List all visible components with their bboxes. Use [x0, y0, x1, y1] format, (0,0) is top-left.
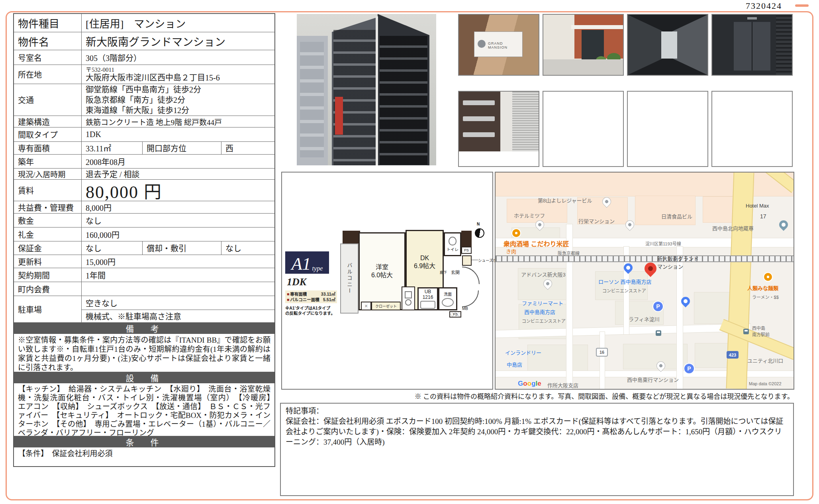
mailbox-pillar	[500, 92, 512, 151]
map-label: 西中島東行マンション	[627, 376, 679, 383]
sign-logo	[478, 40, 486, 48]
row-value: 空きなし 機械式、※駐車場高さ注意	[82, 296, 274, 322]
remarks-body: ※空室情報・募集条件・案内方法等の確認は『ITANDI BB』で確認をお願い致し…	[14, 334, 274, 372]
row-label: 物件名	[14, 32, 82, 50]
parking-availability: 空きなし	[82, 296, 274, 310]
row-value: 〒532-0011 大阪府大阪市淀川区西中島２丁目15-6	[82, 65, 274, 84]
background-building-windows	[300, 42, 324, 157]
map-label: インランドリー	[505, 349, 541, 356]
mailbox-slot	[463, 132, 495, 137]
location-map[interactable]: P P 16 423 第8山よしレジャービル Hotel Max ホテルミツフ …	[495, 172, 794, 390]
row-value: 鉄筋コンクリート造 地上9階 総戸数44戸	[82, 116, 274, 127]
hallway-label: 廊下	[440, 270, 447, 275]
row-value: 2008年08月	[82, 155, 274, 168]
row-label: 間取タイプ	[14, 127, 82, 141]
map-label-property: マンション	[657, 263, 683, 270]
row-floor-area: 専有面積 33.11㎡ 開口部方位 西	[14, 141, 274, 154]
row-year-built: 築年 2008年08月	[14, 154, 274, 168]
row-property-type: 物件種目 [住居用] マンション	[14, 14, 274, 32]
mailbox-panel	[459, 92, 500, 151]
senmen-label: 洗面	[442, 291, 454, 297]
property-sheet: 7320424 物件種目 [住居用] マンション 物件名 新大阪南グランドマンシ…	[0, 0, 819, 504]
shoebox-leader-line	[472, 260, 478, 260]
balcony-label: バルコニー	[346, 263, 353, 294]
photo-building-exterior	[297, 14, 436, 165]
cross-icon: ✕	[364, 304, 368, 309]
mailbox-louver	[512, 92, 539, 151]
opening-direction-label: 開口部方位	[142, 142, 221, 154]
compass-icon	[475, 228, 484, 238]
map-block	[694, 292, 731, 324]
row-value: 305（3階部分）	[82, 50, 274, 65]
map-label: 西中島南方店	[524, 308, 555, 316]
plan-toilet: トイレ	[444, 232, 461, 256]
building-right-windows	[380, 36, 427, 165]
washroom-label: 洗面	[442, 291, 454, 307]
row-guarantee-money: 保証金 なし 償却・敷引 なし	[14, 241, 274, 255]
entrance-pavement	[543, 59, 623, 75]
western-room-label: 洋室 6.0帖大	[371, 263, 393, 279]
map-label: アドバンス新大阪3	[521, 271, 566, 278]
p-letter: P	[656, 303, 660, 310]
plan-shaft-block	[343, 231, 360, 244]
row-access: 交通 御堂筋線「西中島南方」徒歩2分 阪急京都線「南方」徒歩2分 東海道線「新大…	[14, 84, 274, 116]
plan-washroom: 洗面	[438, 287, 457, 310]
map-label: 人類みな麺類	[747, 284, 778, 292]
map-bus-stop-icon	[743, 329, 749, 334]
map-label: 衆肉酒場 こだわり米匠	[504, 239, 569, 248]
entrance-door-arc	[462, 267, 480, 284]
ub-size: 1216	[420, 294, 435, 300]
photo-placeholder-empty	[543, 91, 624, 167]
parking-note: 機械式、※駐車場高さ注意	[82, 310, 274, 322]
row-common-fee: 共益費・管理費 8,000円	[14, 201, 274, 213]
red-banner	[335, 97, 343, 135]
map-poi-restaurant	[511, 228, 521, 238]
map-label: ホテルミツフ	[514, 212, 545, 219]
map-copyright: Map data ©2022	[749, 381, 782, 386]
row-value: 8,000円	[82, 201, 274, 213]
mb-door-arc	[462, 290, 479, 307]
map-label: 日清食品ビル	[661, 212, 692, 220]
plan-unit-bath: UB 1216	[417, 287, 438, 310]
map-label: 作所大阪支店	[547, 381, 578, 389]
room-size: 6.0帖大	[371, 271, 393, 279]
plan-shaft-block-2	[461, 231, 472, 247]
map-road	[600, 332, 605, 389]
plan-ps-top: PS	[461, 247, 472, 254]
row-value: 御堂筋線「西中島南方」徒歩2分 阪急京都線「南方」徒歩2分 東海道線「新大阪」徒…	[82, 84, 274, 116]
map-label: ユニティ北川口	[747, 357, 783, 364]
toilet-label: トイレ	[447, 246, 458, 252]
area-value: 33.11㎡	[82, 142, 142, 154]
rent-value: 80,000 円	[82, 180, 274, 201]
map-label: ラフィネ淀川	[629, 315, 660, 323]
opening-direction-value: 西	[221, 142, 274, 154]
row-label: 町内会費	[14, 282, 82, 296]
map-pin-shrine	[777, 218, 790, 231]
entrance-label: 玄関	[451, 269, 460, 275]
plan-ps-bottom: PS	[449, 311, 461, 318]
map-parking-icon: P	[684, 363, 695, 374]
map-railway	[496, 255, 794, 262]
map-route-shield-423: 423	[727, 351, 739, 359]
sink-icon	[442, 298, 454, 307]
access-line: 東海道線「新大阪」徒歩12分	[86, 105, 189, 116]
row-value: 新大阪南グランドマンション	[82, 32, 274, 50]
row-label: 保証金	[14, 241, 82, 255]
toilet-icon	[449, 237, 457, 245]
map-route-shield-16: 16	[596, 348, 608, 357]
map-road-label: 阪急京都線	[558, 250, 580, 256]
row-structure: 建築構造 鉄筋コンクリート造 地上9階 総戸数44戸	[14, 116, 274, 127]
row-value: [住居用] マンション	[82, 14, 274, 32]
plan-closet-cross: ✕	[361, 302, 371, 310]
postal-code: 〒532-0011	[86, 67, 114, 73]
row-value: 160,000円	[82, 227, 274, 241]
plan-type-name: A1	[292, 256, 311, 272]
row-value: 1年間	[82, 268, 274, 282]
p-letter: P	[687, 365, 691, 372]
row-rent: 賃料 80,000 円	[14, 179, 274, 201]
row-label: 賃料	[14, 180, 82, 201]
photo-corridor	[627, 14, 708, 76]
row-renewal-fee: 更新料 15,000円	[14, 255, 274, 268]
row-label: 敷金	[14, 214, 82, 227]
bathtub-icon	[420, 301, 435, 309]
